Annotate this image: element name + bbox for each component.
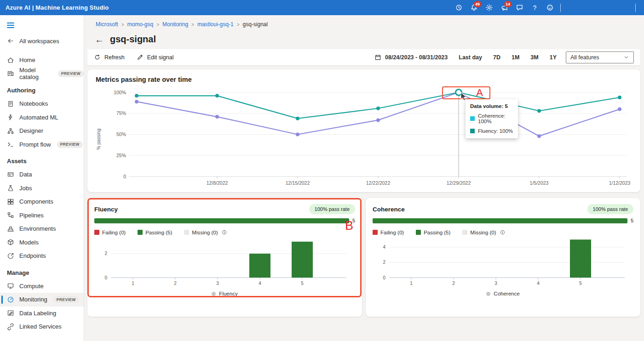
svg-text:1: 1 <box>132 281 134 286</box>
pass-progress-bar <box>94 218 349 223</box>
gear-icon-button[interactable] <box>482 0 497 15</box>
breadcrumb-separator: > <box>156 22 159 27</box>
help-icon-button[interactable]: ? <box>527 0 542 15</box>
sidebar-item-data-labeling[interactable]: Data Labeling <box>0 307 84 320</box>
monitoring-icon <box>7 296 14 303</box>
main-content: Microsoft>momo-gsq>Monitoring>mastloui-g… <box>85 15 644 341</box>
sidebar-item-notebooks[interactable]: Notebooks <box>0 97 84 111</box>
legend-dot-icon <box>212 292 216 296</box>
sidebar-item-linked-services[interactable]: Linked Services <box>0 320 84 334</box>
legend-item: Failing (0) <box>373 230 404 235</box>
feature-filter-select[interactable]: All features <box>566 51 634 63</box>
range-button-1m[interactable]: 1M <box>512 54 519 61</box>
pipelines-icon <box>7 211 14 219</box>
preview-badge: PREVIEW <box>53 296 79 303</box>
chevron-down-icon <box>623 54 629 60</box>
coherence-bar-chart[interactable]: 02412345 <box>373 235 630 287</box>
range-button-1y[interactable]: 1Y <box>550 54 557 61</box>
svg-text:0: 0 <box>383 275 385 280</box>
help-icon: ? <box>533 4 537 11</box>
svg-text:12/15/2022: 12/15/2022 <box>286 180 310 186</box>
notification-badge: 14 <box>504 1 512 7</box>
history-icon-button[interactable] <box>451 0 466 15</box>
breadcrumb-item-mastloui-gsq-1[interactable]: mastloui-gsq-1 <box>197 21 234 28</box>
smiley-icon <box>546 4 554 11</box>
line-chart[interactable]: 100%75%50%25%012/8/202212/15/202212/22/2… <box>102 87 633 192</box>
sidebar-item-components[interactable]: Components <box>0 195 84 209</box>
tooltip-swatch <box>470 129 475 133</box>
date-range-picker[interactable]: 08/24/2023 - 08/31/2023 <box>374 54 448 61</box>
smiley-icon-button[interactable] <box>542 0 558 15</box>
legend-item: Passing (5) <box>138 230 172 235</box>
sidebar-item-prompt-flow[interactable]: Prompt flowPREVIEW <box>0 138 84 152</box>
sidebar-item-models[interactable]: Models <box>0 236 84 250</box>
notebooks-icon <box>7 100 14 108</box>
notification-badge: 49 <box>474 1 481 7</box>
sidebar-item-jobs[interactable]: Jobs <box>0 182 84 195</box>
linked-services-icon <box>7 323 14 330</box>
breadcrumb-item-momo-gsq[interactable]: momo-gsq <box>127 21 154 28</box>
feature-filter-value: All features <box>570 54 599 61</box>
breadcrumb-separator: > <box>121 22 124 27</box>
legend-item: Failing (0) <box>94 230 126 235</box>
sidebar-item-label: Compute <box>19 283 44 290</box>
data-labeling-icon <box>7 309 14 317</box>
svg-text:0: 0 <box>123 174 126 179</box>
designer-icon <box>7 127 14 135</box>
components-icon <box>7 198 14 205</box>
sidebar-item-label: Data Labeling <box>19 310 56 317</box>
svg-text:75%: 75% <box>116 110 126 116</box>
info-icon <box>221 229 227 235</box>
page-title: gsq-signal <box>110 34 156 45</box>
range-button-last-day[interactable]: Last day <box>459 54 482 61</box>
calendar-icon <box>374 54 381 61</box>
svg-text:1/5/2023: 1/5/2023 <box>530 180 549 186</box>
refresh-button[interactable]: Refresh <box>94 54 125 61</box>
all-workspaces-link[interactable]: All workspaces <box>0 34 84 48</box>
sidebar-item-model-catalog[interactable]: Model catalogPREVIEW <box>0 67 84 81</box>
refresh-icon <box>94 54 101 61</box>
sidebar-item-label: Data <box>19 171 32 178</box>
sidebar: All workspaces HomeModel catalogPREVIEWA… <box>0 15 84 341</box>
chat-icon-button[interactable] <box>512 0 527 15</box>
sidebar-item-monitoring[interactable]: MonitoringPREVIEW <box>0 293 84 307</box>
fluency-bar-chart[interactable]: 0212345 <box>94 235 352 287</box>
all-workspaces-label: All workspaces <box>19 38 59 45</box>
bell-icon-button[interactable]: 49 <box>466 0 482 15</box>
sidebar-item-pipelines[interactable]: Pipelines <box>0 209 84 222</box>
range-button-7d[interactable]: 7D <box>493 54 500 61</box>
sidebar-item-data[interactable]: Data <box>0 168 84 182</box>
svg-text:25%: 25% <box>116 153 126 158</box>
arrow-left-icon <box>7 37 14 45</box>
sidebar-item-endpoints[interactable]: Endpoints <box>0 249 84 263</box>
sidebar-item-label: Pipelines <box>19 212 44 219</box>
legend-label: Coherence <box>494 291 519 296</box>
legend-item: Missing (0) <box>184 229 227 235</box>
sidebar-item-label: Components <box>19 198 53 205</box>
sidebar-item-automated-ml[interactable]: Automated ML <box>0 111 84 125</box>
sidebar-item-label: Models <box>19 239 39 246</box>
back-arrow-icon[interactable]: ← <box>95 35 104 44</box>
sidebar-item-label: Jobs <box>19 185 32 192</box>
command-bar: Refresh Edit signal 08/24/2023 - 08/31/2… <box>87 49 640 65</box>
breadcrumb-item-Microsoft[interactable]: Microsoft <box>96 21 118 28</box>
sidebar-item-environments[interactable]: Environments <box>0 222 84 236</box>
breadcrumb-item-Monitoring[interactable]: Monitoring <box>162 21 188 28</box>
preview-badge: PREVIEW <box>58 70 84 77</box>
svg-text:3: 3 <box>494 281 497 286</box>
edit-signal-button[interactable]: Edit signal <box>137 54 174 61</box>
hamburger-menu-icon[interactable] <box>0 19 84 31</box>
range-button-3m[interactable]: 3M <box>530 54 538 61</box>
sidebar-item-designer[interactable]: Designer <box>0 124 84 138</box>
y-axis-label: % passing <box>96 129 101 150</box>
sidebar-item-compute[interactable]: Compute <box>0 279 84 293</box>
svg-text:100%: 100% <box>114 90 126 95</box>
sidebar-item-label: Prompt flow <box>19 141 51 148</box>
svg-text:5: 5 <box>301 281 304 286</box>
svg-text:4: 4 <box>259 281 261 286</box>
sidebar-item-label: Model catalog <box>19 67 52 80</box>
sidebar-section-authoring: Authoring <box>0 87 84 94</box>
svg-text:2: 2 <box>174 281 177 286</box>
megaphone-icon-button[interactable]: 14 <box>497 0 512 15</box>
sidebar-item-home[interactable]: Home <box>0 53 84 67</box>
